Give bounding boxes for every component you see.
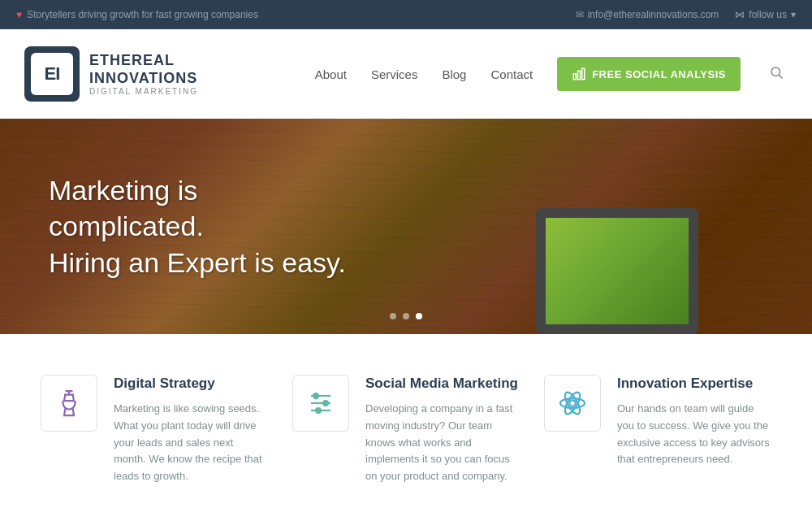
service-icon-innovation [544, 375, 601, 432]
atom-icon [558, 389, 587, 418]
service-title-social-media: Social Media Marketing [365, 375, 520, 393]
logo-text: ETHEREAL INNOVATIONS DIGITAL MARKETING [89, 52, 198, 96]
top-bar-right: ✉ info@etherealinnovations.com ⋈ follow … [576, 9, 796, 20]
laptop-screen-area [536, 208, 698, 334]
service-title-innovation: Innovation Expertise [617, 375, 771, 393]
service-info-social-media: Social Media Marketing Developing a comp… [365, 375, 520, 485]
svg-point-6 [313, 393, 318, 398]
svg-point-10 [316, 408, 321, 413]
sliders-icon [306, 389, 335, 418]
brand-name-line2: INNOVATIONS [89, 70, 198, 88]
svg-rect-0 [573, 74, 576, 80]
service-info-innovation: Innovation Expertise Our hands on team w… [617, 375, 771, 468]
chess-icon [54, 389, 84, 418]
tagline-text: Storytellers driving growth for fast gro… [27, 9, 258, 20]
service-card-innovation: Innovation Expertise Our hands on team w… [544, 375, 771, 485]
logo-initials: EI [45, 63, 60, 85]
svg-point-3 [771, 67, 780, 76]
svg-point-8 [323, 401, 328, 406]
svg-rect-2 [582, 68, 585, 80]
nav-services[interactable]: Services [371, 63, 418, 85]
carousel-dot-3[interactable] [416, 313, 422, 319]
heart-icon: ♥ [16, 9, 22, 20]
email-link[interactable]: ✉ info@etherealinnovations.com [576, 9, 719, 20]
logo-area: EI ETHEREAL INNOVATIONS DIGITAL MARKETIN… [24, 46, 198, 102]
svg-point-11 [569, 400, 576, 406]
service-desc-social-media: Developing a company in a fast moving in… [365, 401, 520, 485]
carousel-dot-2[interactable] [403, 313, 409, 319]
hero-content: Marketing is complicated. Hiring an Expe… [0, 172, 406, 280]
service-desc-digital-strategy: Marketing is like sowing seeds. What you… [114, 401, 268, 485]
nav-blog[interactable]: Blog [442, 63, 466, 85]
logo-box: EI [24, 46, 80, 102]
service-card-digital-strategy: Digital Strategy Marketing is like sowin… [41, 375, 268, 485]
hero-carousel-dots [390, 313, 422, 319]
carousel-dot-1[interactable] [390, 313, 396, 319]
service-icon-digital-strategy [41, 375, 97, 432]
service-card-social-media: Social Media Marketing Developing a comp… [292, 375, 520, 485]
top-bar-tagline-area: ♥ Storytellers driving growth for fast g… [16, 9, 258, 20]
service-icon-social-media [292, 375, 349, 432]
service-info-digital-strategy: Digital Strategy Marketing is like sowin… [114, 375, 268, 485]
services-section: Digital Strategy Marketing is like sowin… [0, 334, 812, 508]
brand-name-line1: ETHEREAL [89, 52, 198, 70]
hero-section: Marketing is complicated. Hiring an Expe… [0, 119, 812, 334]
search-icon [769, 65, 784, 80]
chevron-down-icon: ▾ [791, 9, 796, 20]
email-icon: ✉ [576, 9, 584, 20]
svg-line-4 [779, 75, 782, 78]
nav-about[interactable]: About [315, 63, 347, 85]
cta-button[interactable]: FREE SOCIAL ANALYSIS [557, 57, 741, 91]
laptop-screen [546, 218, 689, 324]
follow-us-link[interactable]: ⋈ follow us ▾ [735, 9, 796, 20]
service-title-digital-strategy: Digital Strategy [114, 375, 268, 393]
nav-contact[interactable]: Contact [490, 63, 533, 85]
svg-rect-1 [578, 71, 581, 80]
chart-icon [572, 67, 586, 81]
laptop-mockup [536, 208, 715, 334]
brand-sub-label: DIGITAL MARKETING [89, 87, 198, 96]
hero-title: Marketing is complicated. Hiring an Expe… [49, 172, 357, 280]
service-desc-innovation: Our hands on team will guide you to succ… [617, 401, 771, 468]
main-nav: About Services Blog Contact FREE SOCIAL … [315, 57, 788, 91]
search-button[interactable] [765, 61, 788, 88]
logo-box-inner: EI [31, 53, 73, 95]
top-bar: ♥ Storytellers driving growth for fast g… [0, 0, 812, 29]
header: EI ETHEREAL INNOVATIONS DIGITAL MARKETIN… [0, 29, 812, 119]
share-icon: ⋈ [735, 9, 745, 20]
